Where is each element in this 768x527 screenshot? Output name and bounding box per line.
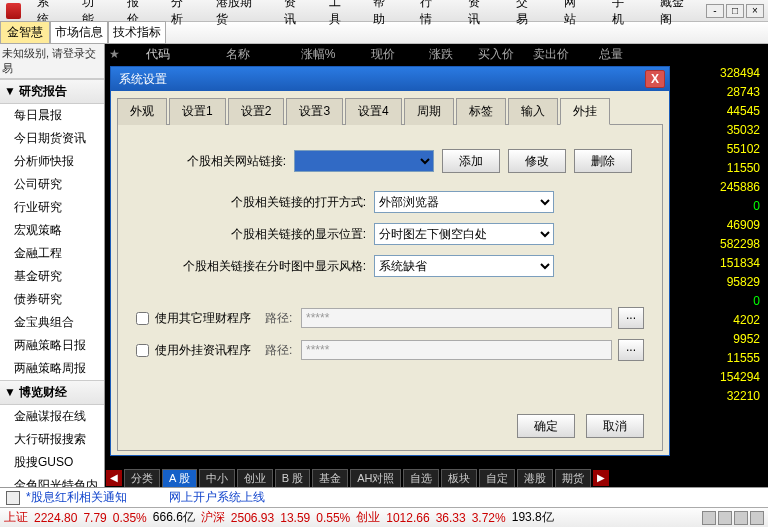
- menu-analysis[interactable]: 分析: [161, 0, 204, 30]
- dialog-tab[interactable]: 设置2: [228, 98, 285, 125]
- sidebar-item[interactable]: 今日期货资讯: [0, 127, 104, 150]
- sidebar-item[interactable]: 金宝典组合: [0, 311, 104, 334]
- menu-trade-r[interactable]: 交 易: [506, 0, 552, 30]
- hdr-ask[interactable]: 卖出价: [523, 46, 578, 63]
- sidebar-item[interactable]: 金融工程: [0, 242, 104, 265]
- tab-scroll-right[interactable]: ▶: [593, 470, 609, 486]
- bottom-tab[interactable]: 自选: [403, 469, 439, 487]
- volume-column: 3284942874344545350325510211550245886046…: [686, 64, 766, 406]
- status-sh: 2224.80: [34, 511, 77, 525]
- minimize-button[interactable]: -: [706, 4, 724, 18]
- sidebar-item[interactable]: 大行研报搜索: [0, 428, 104, 451]
- status-icon-2[interactable]: [718, 511, 732, 525]
- sidebar-item[interactable]: 两融策略周报: [0, 357, 104, 380]
- dialog-close-button[interactable]: X: [645, 70, 665, 88]
- menu-quotes-r[interactable]: 行 情: [410, 0, 456, 30]
- dialog-tab[interactable]: 外观: [117, 98, 167, 125]
- sidebar-item[interactable]: 两融策略日报: [0, 334, 104, 357]
- menu-tools[interactable]: 工具: [319, 0, 362, 30]
- toolbar-tab-3[interactable]: 技术指标: [108, 21, 166, 44]
- sidebar-item[interactable]: 每日晨报: [0, 104, 104, 127]
- ticker-play-icon[interactable]: [6, 491, 20, 505]
- toolbar-tab-2[interactable]: 市场信息: [50, 21, 108, 44]
- use-plugin-info-checkbox[interactable]: [136, 344, 149, 357]
- status-sz-pct: 0.55%: [316, 511, 350, 525]
- ticker-item-2[interactable]: 网上开户系统上线: [169, 489, 265, 506]
- hdr-name[interactable]: 名称: [193, 46, 283, 63]
- status-icon-4[interactable]: [750, 511, 764, 525]
- style-combo[interactable]: 系统缺省: [374, 255, 554, 277]
- toolbar-tab-1[interactable]: 金智慧: [0, 21, 50, 44]
- sidebar-item[interactable]: 金色阳光特色内: [0, 474, 104, 487]
- menu-hk[interactable]: 港股期货: [206, 0, 272, 30]
- delete-button[interactable]: 删除: [574, 149, 632, 173]
- menu-news[interactable]: 资讯: [274, 0, 317, 30]
- bottom-tab[interactable]: AH对照: [350, 469, 401, 487]
- menu-mobile-r[interactable]: 手 机: [602, 0, 648, 30]
- vol-cell: 44545: [686, 102, 766, 121]
- cancel-button[interactable]: 取消: [586, 414, 644, 438]
- open-combo[interactable]: 外部浏览器: [374, 191, 554, 213]
- maximize-button[interactable]: □: [726, 4, 744, 18]
- menu-info-r[interactable]: 资 讯: [458, 0, 504, 30]
- bottom-tab[interactable]: 基金: [312, 469, 348, 487]
- vol-cell: 11550: [686, 159, 766, 178]
- hdr-chg[interactable]: 涨幅%: [283, 46, 353, 63]
- hdr-vol[interactable]: 总量: [578, 46, 648, 63]
- main-menubar: 系统 功能 报价 分析 港股期货 资讯 工具 帮助 行 情 资 讯 交 易 网 …: [0, 0, 768, 22]
- bottom-tab[interactable]: 创业: [237, 469, 273, 487]
- dialog-tab[interactable]: 设置4: [345, 98, 402, 125]
- chk2-label: 使用外挂资讯程序: [155, 342, 265, 359]
- sidebar-item[interactable]: 公司研究: [0, 173, 104, 196]
- sidebar-group-header[interactable]: ▼ 研究报告: [0, 79, 104, 104]
- bottom-tab[interactable]: 分类: [124, 469, 160, 487]
- close-button[interactable]: ×: [746, 4, 764, 18]
- vol-cell: 4202: [686, 311, 766, 330]
- menu-web-r[interactable]: 网 站: [554, 0, 600, 30]
- bottom-tab[interactable]: A 股: [162, 469, 197, 487]
- hdr-code[interactable]: 代码: [123, 46, 193, 63]
- hdr-price[interactable]: 现价: [353, 46, 413, 63]
- dialog-tab[interactable]: 输入: [508, 98, 558, 125]
- dialog-tab[interactable]: 外挂: [560, 98, 610, 125]
- sidebar-item[interactable]: 行业研究: [0, 196, 104, 219]
- hdr-diff[interactable]: 涨跌: [413, 46, 468, 63]
- sidebar-item[interactable]: 金融谋报在线: [0, 405, 104, 428]
- sidebar-item[interactable]: 基金研究: [0, 265, 104, 288]
- browse1-button[interactable]: ...: [618, 307, 644, 329]
- sidebar-item[interactable]: 股搜GUSO: [0, 451, 104, 474]
- bottom-tab[interactable]: 自定: [479, 469, 515, 487]
- hdr-bid[interactable]: 买入价: [468, 46, 523, 63]
- status-icon-3[interactable]: [734, 511, 748, 525]
- dialog-tab[interactable]: 周期: [404, 98, 454, 125]
- sidebar-item[interactable]: 宏观策略: [0, 219, 104, 242]
- bottom-tab[interactable]: B 股: [275, 469, 310, 487]
- dialog-tab[interactable]: 设置3: [286, 98, 343, 125]
- bottom-tab[interactable]: 港股: [517, 469, 553, 487]
- status-icon-1[interactable]: [702, 511, 716, 525]
- sidebar-group-header[interactable]: ▼ 博览财经: [0, 380, 104, 405]
- dialog-tab[interactable]: 标签: [456, 98, 506, 125]
- bottom-tab[interactable]: 期货: [555, 469, 591, 487]
- bottom-tab[interactable]: 板块: [441, 469, 477, 487]
- ticker-item-1[interactable]: *股息红利相关通知: [26, 489, 127, 506]
- vol-cell: 0: [686, 197, 766, 216]
- pos-combo[interactable]: 分时图左下侧空白处: [374, 223, 554, 245]
- menu-treasure-r[interactable]: 藏金阁: [650, 0, 704, 30]
- link-combo[interactable]: [294, 150, 434, 172]
- tab-scroll-left[interactable]: ◀: [106, 470, 122, 486]
- menu-help[interactable]: 帮助: [363, 0, 406, 30]
- sidebar: 未知级别, 请登录交易 ▼ 研究报告每日晨报今日期货资讯分析师快报公司研究行业研…: [0, 44, 105, 487]
- vol-cell: 55102: [686, 140, 766, 159]
- browse2-button[interactable]: ...: [618, 339, 644, 361]
- bottom-tab[interactable]: 中小: [199, 469, 235, 487]
- dialog-tab[interactable]: 设置1: [169, 98, 226, 125]
- use-other-finance-checkbox[interactable]: [136, 312, 149, 325]
- status-cy: 1012.66: [386, 511, 429, 525]
- add-button[interactable]: 添加: [442, 149, 500, 173]
- ok-button[interactable]: 确定: [517, 414, 575, 438]
- modify-button[interactable]: 修改: [508, 149, 566, 173]
- sidebar-item[interactable]: 分析师快报: [0, 150, 104, 173]
- sidebar-item[interactable]: 债券研究: [0, 288, 104, 311]
- dialog-titlebar[interactable]: 系统设置 X: [111, 67, 669, 91]
